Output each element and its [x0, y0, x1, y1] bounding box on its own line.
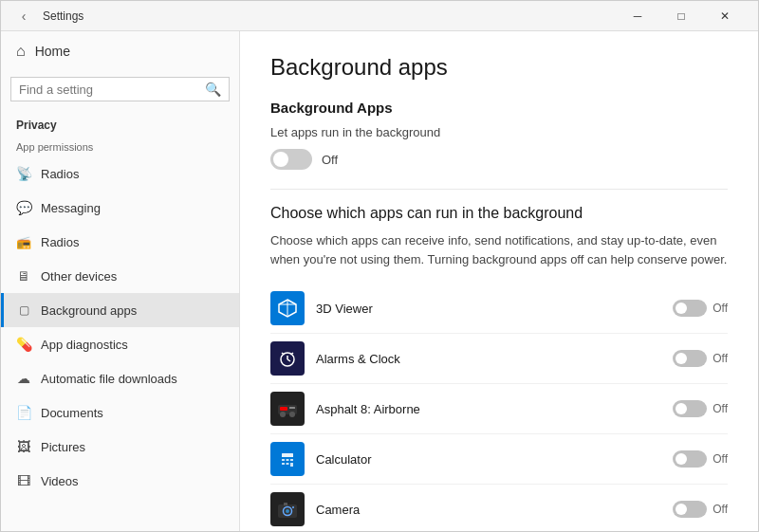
sidebar-item-radios-label: Radios: [41, 167, 79, 181]
toggle-knob: [676, 353, 687, 364]
bg-apps-toggle-label: Off: [322, 153, 338, 167]
content-area: ⌂ Home 🔍 Privacy App permissions 📡 Radio…: [1, 31, 758, 531]
app-icon-alarms: [270, 341, 305, 376]
search-box: 🔍: [10, 77, 230, 101]
sidebar-item-pictures[interactable]: 🖼 Pictures: [1, 430, 239, 464]
app-row-camera: Camera Off: [270, 485, 728, 531]
sidebar-item-auto-file-downloads-label: Automatic file downloads: [41, 372, 177, 386]
main-content: Background apps Background Apps Let apps…: [240, 31, 758, 531]
app-name-asphalt: Asphalt 8: Airborne: [316, 402, 673, 416]
app-row-3d-viewer: 3D Viewer Off: [270, 284, 728, 334]
bg-apps-desc: Let apps run in the background: [270, 125, 728, 139]
toggle-camera[interactable]: [673, 501, 707, 518]
bg-apps-toggle-row: Off: [270, 149, 728, 170]
maximize-button[interactable]: □: [659, 1, 703, 31]
app-toggle-label-alarms: Off: [713, 352, 728, 365]
app-icon-asphalt: [270, 392, 305, 426]
documents-icon: 📄: [16, 405, 31, 420]
search-input[interactable]: [19, 83, 199, 97]
sidebar-item-background-apps-label: Background apps: [41, 303, 137, 318]
svg-rect-18: [282, 463, 285, 465]
app-icon-calculator: [270, 442, 305, 476]
svg-point-10: [289, 412, 295, 417]
svg-rect-24: [284, 503, 287, 505]
app-toggle-label-camera: Off: [713, 503, 728, 516]
sidebar-item-app-diagnostics[interactable]: 💊 App diagnostics: [1, 327, 239, 361]
section-divider: [270, 189, 728, 190]
toggle-knob: [676, 453, 687, 465]
svg-rect-19: [287, 463, 289, 465]
sidebar-item-documents[interactable]: 📄 Documents: [1, 395, 239, 430]
app-permissions-label: App permissions: [1, 136, 239, 156]
app-toggle-asphalt: Off: [673, 400, 728, 417]
app-toggle-label-calculator: Off: [713, 452, 728, 466]
page-title: Background apps: [270, 54, 728, 81]
app-name-calculator: Calculator: [316, 452, 673, 467]
toggle-calculator[interactable]: [673, 450, 707, 468]
videos-icon: 🎞: [16, 473, 31, 488]
app-list: 3D Viewer Off: [270, 284, 728, 531]
sidebar-item-videos[interactable]: 🎞 Videos: [1, 464, 239, 498]
window-title: Settings: [43, 9, 616, 23]
choose-title: Choose which apps can run in the backgro…: [270, 205, 728, 222]
app-name-camera: Camera: [316, 503, 673, 517]
toggle-3d-viewer[interactable]: [673, 300, 707, 317]
app-toggle-label-asphalt: Off: [713, 402, 728, 415]
sidebar-item-pictures-label: Pictures: [41, 440, 85, 454]
privacy-label: Privacy: [1, 107, 239, 136]
app-toggle-alarms: Off: [673, 350, 728, 367]
app-row-asphalt: Asphalt 8: Airborne Off: [270, 384, 728, 434]
search-icon: 🔍: [205, 82, 221, 97]
home-label: Home: [35, 44, 70, 59]
svg-rect-11: [280, 407, 287, 411]
toggle-knob: [273, 152, 288, 167]
app-toggle-calculator: Off: [673, 450, 728, 468]
app-row-calculator: Calculator Off: [270, 434, 728, 485]
sidebar-item-videos-label: Videos: [41, 474, 79, 488]
radios2-icon: 📻: [16, 235, 31, 249]
minimize-button[interactable]: ─: [616, 1, 659, 31]
close-button[interactable]: ✕: [703, 1, 747, 31]
sidebar-item-auto-file-downloads[interactable]: ☁ Automatic file downloads: [1, 361, 239, 395]
toggle-knob: [676, 504, 687, 515]
svg-point-25: [292, 506, 294, 508]
app-name-3d-viewer: 3D Viewer: [316, 302, 673, 316]
toggle-alarms[interactable]: [673, 350, 707, 367]
svg-point-9: [280, 412, 286, 417]
app-toggle-camera: Off: [673, 501, 728, 518]
window-controls: ─ □ ✕: [616, 1, 747, 31]
svg-rect-15: [282, 459, 285, 461]
app-name-alarms: Alarms & Clock: [316, 352, 673, 366]
auto-file-downloads-icon: ☁: [16, 371, 31, 386]
sidebar-item-background-apps[interactable]: ▢ Background apps: [1, 293, 239, 327]
toggle-knob: [676, 403, 687, 414]
bg-apps-toggle[interactable]: [270, 149, 312, 170]
svg-point-23: [286, 509, 289, 513]
sidebar-item-radios[interactable]: 📡 Radios: [1, 156, 239, 191]
sidebar: ⌂ Home 🔍 Privacy App permissions 📡 Radio…: [1, 31, 240, 531]
app-diagnostics-icon: 💊: [16, 337, 31, 352]
sidebar-item-messaging[interactable]: 💬 Messaging: [1, 191, 239, 225]
svg-line-5: [287, 359, 290, 361]
toggle-asphalt[interactable]: [673, 400, 707, 417]
svg-rect-20: [290, 463, 293, 467]
settings-window: ‹ Settings ─ □ ✕ ⌂ Home 🔍 Privacy App pe…: [0, 0, 759, 532]
title-bar: ‹ Settings ─ □ ✕: [1, 1, 758, 31]
sidebar-item-radios2[interactable]: 📻 Radios: [1, 225, 239, 259]
svg-rect-17: [290, 459, 293, 461]
other-devices-icon: 🖥: [16, 268, 31, 284]
toggle-knob: [676, 303, 687, 314]
sidebar-item-app-diagnostics-label: App diagnostics: [41, 338, 128, 352]
sidebar-item-messaging-label: Messaging: [41, 201, 101, 215]
radios-icon: 📡: [16, 166, 31, 181]
choose-desc: Choose which apps can receive info, send…: [270, 231, 728, 268]
svg-rect-12: [289, 407, 295, 409]
app-icon-3d-viewer: [270, 291, 305, 325]
sidebar-item-home[interactable]: ⌂ Home: [1, 31, 239, 71]
sidebar-item-other-devices[interactable]: 🖥 Other devices: [1, 259, 239, 293]
svg-rect-16: [287, 459, 289, 461]
back-button[interactable]: ‹: [12, 5, 35, 28]
background-apps-icon: ▢: [16, 303, 31, 317]
app-row-alarms: Alarms & Clock Off: [270, 334, 728, 384]
pictures-icon: 🖼: [16, 439, 31, 454]
